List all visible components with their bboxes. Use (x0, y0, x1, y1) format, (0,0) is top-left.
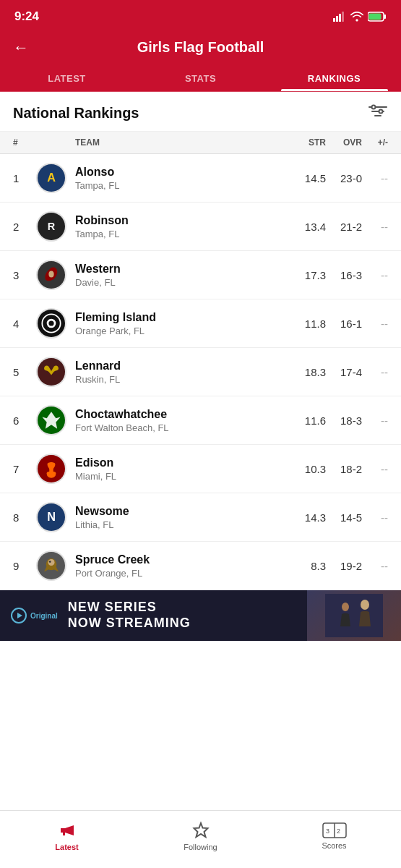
team-ovr: 16-1 (326, 318, 362, 330)
ad-image-graphic (325, 594, 383, 637)
team-pm: -- (362, 366, 388, 378)
team-rank: 9 (13, 560, 36, 572)
team-name: Newsome (75, 505, 291, 518)
svg-text:3: 3 (326, 827, 329, 835)
team-location: Ruskin, FL (75, 374, 291, 385)
table-row[interactable]: 2 R Robinson Tampa, FL 13.4 21-2 -- (0, 203, 401, 251)
back-button[interactable]: ← (13, 38, 29, 57)
team-pm: -- (362, 511, 388, 524)
team-logo: R (36, 211, 66, 242)
filter-button[interactable] (368, 103, 388, 122)
team-name: Edison (75, 456, 291, 469)
team-logo (36, 308, 66, 339)
svg-point-36 (342, 603, 349, 611)
team-ovr: 23-0 (326, 172, 362, 184)
table-row[interactable]: 5 Lennard Ruskin, FL 18.3 17-4 -- (0, 348, 401, 396)
table-header: # TEAM STR OVR +/- (0, 132, 401, 154)
nav-label-latest: Latest (55, 843, 78, 851)
team-logo (36, 405, 66, 435)
tab-latest[interactable]: LATEST (0, 66, 134, 91)
ad-banner[interactable]: Original NEW SERIES NOW STREAMING (0, 590, 401, 641)
tab-stats[interactable]: STATS (134, 66, 267, 91)
svg-marker-37 (194, 823, 207, 837)
team-rank: 6 (13, 414, 36, 427)
team-rank: 7 (13, 463, 36, 475)
ad-content: NEW SERIES NOW STREAMING (68, 600, 307, 631)
team-logo (36, 550, 66, 581)
team-pm: -- (362, 414, 388, 427)
team-str: 14.3 (291, 511, 326, 524)
svg-marker-33 (17, 613, 22, 618)
team-str: 14.5 (291, 172, 326, 184)
team-str: 11.6 (291, 414, 326, 427)
team-name: Fleming Island (75, 311, 291, 324)
nav-item-scores[interactable]: 3 2 Scores (267, 822, 401, 850)
tab-rankings[interactable]: RANKINGS (267, 66, 401, 91)
team-str: 8.3 (291, 560, 326, 572)
table-row[interactable]: 6 Choctawhatchee Fort Walton Beach, FL 1… (0, 396, 401, 445)
rankings-header: National Rankings (0, 92, 401, 132)
col-header-str: STR (291, 137, 326, 148)
page-title: Girls Flag Football (137, 39, 264, 56)
team-ovr: 17-4 (326, 366, 362, 378)
team-ovr: 19-2 (326, 560, 362, 572)
scores-icon: 3 2 (322, 822, 347, 838)
nav-item-following[interactable]: Following (134, 821, 267, 851)
team-location: Port Orange, FL (75, 568, 291, 579)
team-location: Davie, FL (75, 277, 291, 288)
team-str: 18.3 (291, 366, 326, 378)
svg-rect-1 (336, 16, 338, 22)
ad-logo: Original (0, 607, 68, 624)
team-rank: 2 (13, 221, 36, 233)
svg-point-17 (48, 271, 53, 278)
team-location: Lithia, FL (75, 519, 291, 530)
col-header-team: TEAM (75, 137, 291, 148)
table-row[interactable]: 1 A Alonso Tampa, FL 14.5 23-0 -- (0, 154, 401, 203)
team-name: Spruce Creek (75, 553, 291, 566)
svg-point-11 (379, 110, 383, 114)
ad-line1: NEW SERIES (68, 600, 307, 616)
team-name: Choctawhatchee (75, 408, 291, 421)
team-rank: 4 (13, 318, 36, 330)
svg-text:2: 2 (337, 827, 340, 835)
table-row[interactable]: 4 Fleming Island Orange Park, FL 11.8 16… (0, 299, 401, 348)
team-logo: N (36, 502, 66, 532)
team-location: Tampa, FL (75, 229, 291, 239)
team-pm: -- (362, 318, 388, 330)
team-name: Alonso (75, 166, 291, 179)
team-pm: -- (362, 269, 388, 281)
team-ovr: 21-2 (326, 221, 362, 233)
page-header: ← Girls Flag Football (0, 32, 401, 66)
wifi-icon (350, 12, 363, 22)
svg-point-30 (48, 559, 54, 566)
ad-logo-text: Original (30, 612, 58, 620)
status-time: 9:24 (14, 9, 39, 24)
team-location: Fort Walton Beach, FL (75, 422, 291, 433)
col-header-ovr: OVR (326, 137, 362, 148)
team-rank: 3 (13, 269, 36, 281)
team-rank: 1 (13, 172, 36, 184)
table-row[interactable]: 3 Western Davie, FL 17.3 16-3 -- (0, 251, 401, 299)
bottom-nav: Latest Following 3 2 Scores (0, 810, 401, 868)
team-rank: 5 (13, 366, 36, 378)
svg-rect-3 (342, 12, 344, 22)
svg-rect-0 (333, 18, 335, 22)
team-ovr: 14-5 (326, 511, 362, 524)
team-str: 17.3 (291, 269, 326, 281)
table-row[interactable]: 7 Edison Miami, FL 10.3 18-2 -- (0, 445, 401, 493)
team-logo: A (36, 163, 66, 193)
rankings-title: National Rankings (13, 105, 139, 122)
nav-label-following: Following (184, 843, 217, 851)
ad-line2: NOW STREAMING (68, 616, 307, 631)
svg-rect-6 (369, 14, 381, 20)
team-str: 10.3 (291, 463, 326, 475)
team-pm: -- (362, 221, 388, 233)
nav-item-latest[interactable]: Latest (0, 821, 134, 851)
table-row[interactable]: 8 N Newsome Lithia, FL 14.3 14-5 -- (0, 493, 401, 542)
tab-bar: LATEST STATS RANKINGS (0, 66, 401, 92)
content-area: National Rankings # TEAM STR OVR +/- 1 A… (0, 92, 401, 799)
rankings-list: 1 A Alonso Tampa, FL 14.5 23-0 -- 2 R Ro… (0, 154, 401, 590)
team-logo (36, 357, 66, 387)
ad-image (307, 590, 401, 641)
table-row[interactable]: 9 Spruce Creek Port Orange, FL 8.3 19-2 … (0, 542, 401, 590)
